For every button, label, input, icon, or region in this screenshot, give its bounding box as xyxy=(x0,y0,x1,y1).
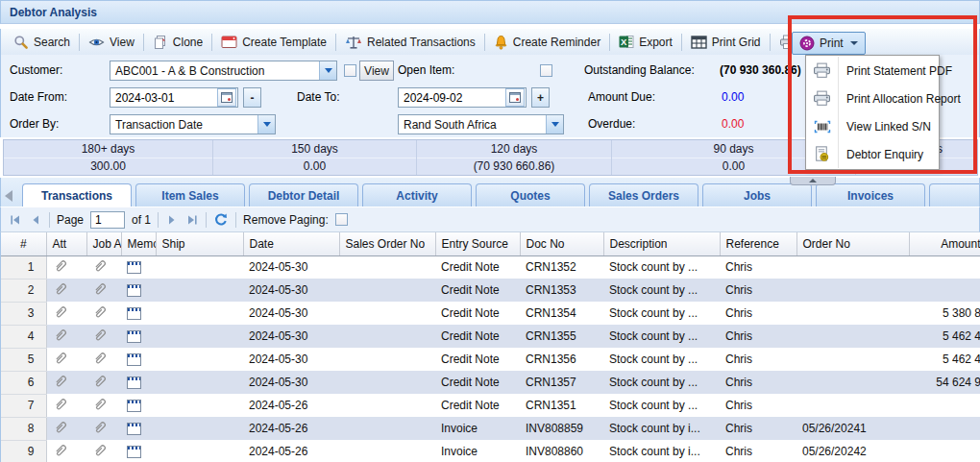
table-row[interactable]: 72024-05-26Credit NoteCRN1351Stock count… xyxy=(1,394,980,417)
column-header-order-no[interactable]: Order No xyxy=(796,232,909,255)
view-customer-button[interactable]: View xyxy=(359,61,394,81)
paperclip-icon[interactable] xyxy=(53,420,68,438)
column-header-att[interactable]: Att xyxy=(46,232,86,255)
paperclip-icon[interactable] xyxy=(92,420,108,438)
paperclip-icon[interactable] xyxy=(92,374,108,392)
table-row[interactable]: 42024-05-30Credit NoteCRN1355Stock count… xyxy=(1,325,980,348)
column-header-job-att[interactable]: Job Att xyxy=(86,232,121,255)
toolbar-button-view[interactable]: View xyxy=(82,33,141,52)
menu-item-debtor-enquiry[interactable]: Debtor Enquiry xyxy=(806,140,939,168)
toolbar-button-print-grid[interactable]: Print Grid xyxy=(684,33,768,52)
date-to-field[interactable] xyxy=(398,87,527,108)
previous-page-button[interactable] xyxy=(29,213,42,227)
table-row[interactable]: 62024-05-30Credit NoteCRN1357Stock count… xyxy=(1,371,980,394)
paperclip-icon[interactable] xyxy=(92,443,108,461)
currency-combo-button[interactable] xyxy=(546,115,563,134)
attachment-cell xyxy=(46,348,86,371)
paperclip-icon[interactable] xyxy=(92,328,108,346)
date-to-plus-button[interactable]: + xyxy=(531,87,550,108)
column-header-doc-no[interactable]: Doc No xyxy=(520,232,603,255)
menu-item-print-statement-pdf[interactable]: Print Statement PDF xyxy=(806,57,939,85)
date-from-input[interactable] xyxy=(110,90,217,106)
column-header-date[interactable]: Date xyxy=(243,232,339,255)
table-row[interactable]: 92024-05-26InvoiceINV808860Stock count b… xyxy=(1,440,980,462)
tab-sales-orders[interactable]: Sales Orders xyxy=(589,183,698,207)
page-number-input[interactable] xyxy=(90,211,125,229)
memo-icon[interactable] xyxy=(127,353,141,366)
first-page-button[interactable] xyxy=(9,213,22,227)
menu-item-print-allocation-report[interactable]: Print Allocation Report xyxy=(806,85,939,112)
menu-item-view-linked-s-n[interactable]: View Linked S/N xyxy=(806,112,939,140)
date-to-input[interactable] xyxy=(399,90,505,106)
paperclip-icon[interactable] xyxy=(92,351,108,369)
date-from-minus-button[interactable]: - xyxy=(243,87,261,108)
column-header-description[interactable]: Description xyxy=(603,232,720,255)
tab-scroll-left-icon[interactable] xyxy=(5,190,12,202)
column-header-num[interactable]: # xyxy=(1,232,46,255)
open-item-checkbox[interactable] xyxy=(540,64,552,77)
currency-combo[interactable]: Rand South Africa xyxy=(398,114,564,134)
date-cell: 2024-05-30 xyxy=(243,279,339,302)
tab-activity[interactable]: Activity xyxy=(362,183,472,207)
paperclip-icon[interactable] xyxy=(53,443,68,461)
date-from-field[interactable] xyxy=(110,87,238,108)
customer-combo[interactable]: ABC001 - A & B Construction xyxy=(110,61,337,81)
memo-icon[interactable] xyxy=(127,307,141,320)
toolbar-button-related-transactions[interactable]: Related Transactions xyxy=(338,32,482,53)
memo-icon[interactable] xyxy=(127,446,141,458)
table-row[interactable]: 32024-05-30Credit NoteCRN1354Stock count… xyxy=(1,302,980,325)
memo-icon[interactable] xyxy=(127,377,141,389)
memo-icon[interactable] xyxy=(127,261,141,274)
next-page-button[interactable] xyxy=(165,213,179,227)
column-header-entry-source[interactable]: Entry Source xyxy=(435,232,520,255)
customer-combo-button[interactable] xyxy=(319,61,336,80)
table-row[interactable]: 22024-05-30Credit NoteCRN1353Stock count… xyxy=(1,279,980,302)
table-row[interactable]: 82024-05-26InvoiceINV808859Stock count b… xyxy=(1,417,980,440)
memo-icon[interactable] xyxy=(127,330,141,343)
column-header-sales-order-no[interactable]: Sales Order No xyxy=(339,232,435,255)
toolbar-button-create-reminder[interactable]: Create Reminder xyxy=(487,32,607,53)
tab-item-sales[interactable]: Item Sales xyxy=(135,183,245,207)
tab-quotes[interactable]: Quotes xyxy=(476,183,585,207)
paperclip-icon[interactable] xyxy=(53,281,68,300)
remove-paging-checkbox[interactable] xyxy=(335,213,348,226)
tab-debtor-detail[interactable]: Debtor Detail xyxy=(249,183,358,207)
panel-collapse-handle[interactable] xyxy=(790,177,836,185)
toolbar-button-clone[interactable]: Clone xyxy=(146,32,209,53)
tab-jobs[interactable]: Jobs xyxy=(702,183,812,207)
column-header-ship[interactable]: Ship xyxy=(156,232,243,255)
paperclip-icon[interactable] xyxy=(53,374,68,392)
toolbar-button-create-template[interactable]: Create Template xyxy=(214,32,333,52)
toolbar-button-search[interactable]: Search xyxy=(7,32,77,53)
paperclip-icon[interactable] xyxy=(92,304,108,323)
tab-transactions[interactable]: Transactions xyxy=(22,183,132,207)
column-header-memo[interactable]: Memo xyxy=(121,232,156,255)
column-header-amount[interactable]: Amount xyxy=(909,232,980,255)
paperclip-icon[interactable] xyxy=(92,258,108,277)
order-by-combo-button[interactable] xyxy=(257,115,275,134)
last-page-button[interactable] xyxy=(185,213,199,227)
table-row[interactable]: 52024-05-30Credit NoteCRN1356Stock count… xyxy=(1,348,980,371)
memo-icon[interactable] xyxy=(127,284,141,297)
paperclip-icon[interactable] xyxy=(53,304,68,323)
paperclip-icon[interactable] xyxy=(92,397,108,415)
paperclip-icon[interactable] xyxy=(53,397,68,415)
print-dropdown-button[interactable]: Print xyxy=(792,32,866,55)
table-row[interactable]: 12024-05-30Credit NoteCRN1352Stock count… xyxy=(1,255,980,279)
paperclip-icon[interactable] xyxy=(53,351,68,369)
paperclip-icon[interactable] xyxy=(92,281,108,300)
tab-partial[interactable] xyxy=(929,183,979,207)
tab-invoices[interactable]: Invoices xyxy=(816,183,925,207)
toolbar-button-export[interactable]: XExport xyxy=(612,32,679,52)
memo-icon[interactable] xyxy=(127,423,141,435)
order-by-combo[interactable]: Transaction Date xyxy=(110,114,276,134)
date-from-calendar-button[interactable] xyxy=(217,88,236,107)
customer-checkbox[interactable] xyxy=(344,64,356,77)
refresh-icon[interactable] xyxy=(213,212,229,228)
memo-icon[interactable] xyxy=(127,400,141,412)
paperclip-icon[interactable] xyxy=(53,258,68,277)
paperclip-icon[interactable] xyxy=(53,328,68,346)
column-header-reference[interactable]: Reference xyxy=(720,232,796,255)
date-to-calendar-button[interactable] xyxy=(505,88,525,107)
clone-icon xyxy=(153,35,168,50)
